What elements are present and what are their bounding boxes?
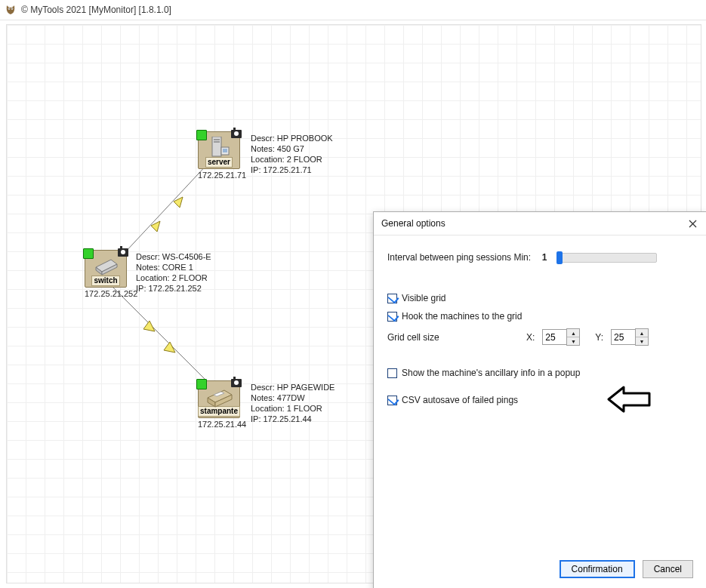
grid-cell-label: Grid cell size [387, 332, 522, 343]
grid-x-spinner[interactable]: ▲▼ [542, 329, 580, 345]
node-caption: switch [91, 276, 119, 286]
x-label: X: [526, 332, 535, 343]
grid-y-input[interactable] [611, 329, 635, 345]
interval-slider[interactable] [557, 253, 657, 263]
confirmation-button[interactable]: Confirmation [560, 560, 635, 578]
camera-icon [231, 130, 242, 138]
hook-grid-label: Hook the machines to the grid [402, 311, 522, 322]
dialog-titlebar[interactable]: General options [374, 212, 706, 236]
svg-point-2 [9, 8, 10, 9]
grid-x-input[interactable] [542, 329, 566, 345]
y-label: Y: [595, 332, 603, 343]
general-options-dialog: General options Interval between ping se… [373, 211, 706, 588]
spin-down-icon[interactable]: ▼ [567, 337, 579, 345]
svg-rect-14 [223, 149, 227, 152]
csv-autosave-checkbox[interactable] [387, 396, 397, 405]
visible-grid-label: Visible grid [402, 293, 445, 303]
svg-rect-11 [214, 139, 220, 140]
grid-y-spinner[interactable]: ▲▼ [611, 329, 649, 345]
interval-label: Interval between ping sessions Min: [387, 252, 531, 263]
visible-grid-checkbox[interactable] [387, 294, 397, 303]
status-led [83, 248, 94, 259]
dialog-title: General options [381, 218, 686, 229]
spin-up-icon[interactable]: ▲ [636, 329, 648, 337]
app-title: © MyTools 2021 [MyMonitor] [1.8.1.0] [21, 5, 171, 15]
hook-grid-checkbox[interactable] [387, 312, 397, 322]
node-switch-info: Descr: WS-C4506-E Notes: CORE 1 Location… [136, 251, 211, 294]
node-ip: 172.25.21.252 [85, 289, 137, 298]
cancel-button[interactable]: Cancel [643, 560, 693, 578]
app-icon [5, 4, 17, 16]
svg-rect-12 [214, 141, 220, 143]
close-icon [689, 220, 697, 228]
camera-icon [118, 248, 128, 257]
node-server-info: Descr: HP PROBOOK Notes: 450 G7 Location… [251, 133, 333, 175]
node-printer-info: Descr: HP PAGEWIDE Notes: 477DW Location… [251, 382, 335, 424]
node-switch[interactable]: switch 172.25.21.252 [85, 250, 137, 298]
node-server[interactable]: server 172.25.21.71 [198, 131, 246, 180]
csv-autosave-label: CSV autosave of failed pings [402, 395, 518, 405]
popup-info-checkbox[interactable] [387, 368, 397, 378]
spin-up-icon[interactable]: ▲ [567, 329, 579, 337]
interval-value: 1 [542, 252, 547, 263]
title-bar: © MyTools 2021 [MyMonitor] [1.8.1.0] [0, 0, 706, 20]
popup-info-label: Show the machine's ancillary info in a p… [402, 368, 580, 378]
svg-point-3 [12, 8, 13, 9]
node-printer[interactable]: stampante 172.25.21.44 [198, 380, 246, 429]
close-button[interactable] [686, 217, 699, 230]
spin-down-icon[interactable]: ▼ [636, 337, 648, 345]
node-ip: 172.25.21.71 [198, 171, 246, 180]
status-led [196, 130, 207, 140]
node-ip: 172.25.21.44 [198, 420, 246, 429]
